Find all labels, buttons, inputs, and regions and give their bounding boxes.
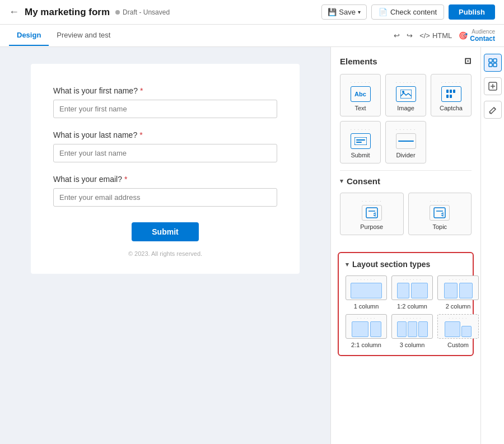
html-button[interactable]: </> HTML: [419, 31, 452, 40]
layout-1col-dots: · · · · · ·: [357, 278, 375, 282]
form-footer: © 2023. All rights reserved.: [53, 250, 277, 257]
tab-preview[interactable]: Preview and test: [49, 25, 118, 46]
element-image[interactable]: · · · · · · Image: [385, 74, 426, 116]
svg-rect-7: [354, 137, 367, 145]
check-content-button[interactable]: 📄 Check content: [371, 4, 444, 20]
layout-chevron-icon: ▾: [346, 261, 349, 268]
form-card: What is your first name? * What is your …: [31, 64, 300, 274]
layout-21col-preview: · · · · · ·: [346, 314, 387, 339]
section-divider: [340, 170, 472, 171]
consent-chevron-icon: ▾: [340, 177, 343, 185]
layout-custom[interactable]: · · · · · · Custom: [437, 314, 479, 348]
captcha-label: Captcha: [440, 105, 463, 111]
layout-2col[interactable]: · · · · · · 2 column: [437, 275, 479, 310]
audience-label: Audience: [472, 29, 495, 35]
submit-dots: · · · · · ·: [351, 127, 370, 132]
save-button[interactable]: 💾 Save ▾: [321, 4, 367, 20]
text-dots: · · · · · ·: [351, 80, 370, 85]
consent-toggle[interactable]: ▾ Consent: [340, 176, 472, 186]
element-captcha[interactable]: · · · · · · Captcha: [431, 74, 472, 116]
topic-dots: · · · · · ·: [430, 199, 450, 204]
layout-1col-preview: · · · · · ·: [346, 275, 387, 300]
audience-button[interactable]: 🎯 Audience Contact: [459, 29, 495, 43]
edit-properties-icon[interactable]: [484, 101, 502, 119]
undo-button[interactable]: ↩: [394, 31, 400, 40]
topic-label: Topic: [432, 223, 447, 230]
firstname-input[interactable]: [53, 100, 277, 118]
layout-title-text: Layout section types: [352, 260, 430, 269]
elements-grid: · · · · · · Abc Text · · · · · ·: [340, 74, 472, 163]
elements-expand-icon[interactable]: ⊡: [464, 56, 472, 66]
submit-icon: [351, 133, 371, 149]
svg-rect-5: [446, 95, 449, 98]
submit-button[interactable]: Submit: [132, 222, 198, 241]
layout-2col-label: 2 column: [446, 303, 471, 310]
svg-rect-14: [489, 59, 492, 62]
tabs-left: Design Preview and test: [9, 25, 118, 46]
purpose-label: Purpose: [360, 223, 383, 230]
purpose-dots: · · · · · ·: [362, 199, 381, 204]
consent-grid: · · · · · · Purpose · · · · · ·: [340, 193, 472, 235]
layout-3col-dots: · · · · · ·: [403, 316, 421, 320]
check-content-icon: 📄: [379, 8, 388, 16]
audience-icon: 🎯: [459, 31, 468, 40]
tabs-bar: Design Preview and test ↩ ↪ </> HTML 🎯 A…: [0, 25, 504, 47]
add-section-icon[interactable]: [484, 77, 502, 95]
layout-21col[interactable]: · · · · · · 2:1 column: [346, 314, 387, 348]
layout-2col-preview: · · · · · ·: [437, 275, 479, 300]
audience-value: Contact: [470, 35, 495, 43]
svg-rect-8: [356, 139, 365, 141]
element-divider[interactable]: · · · · · · Divider: [385, 121, 426, 163]
divider-dots: · · · · · ·: [396, 127, 416, 132]
submit-label: Submit: [351, 152, 370, 158]
svg-point-1: [402, 91, 404, 93]
layout-21col-shape: [352, 321, 381, 337]
elements-panel-icon[interactable]: [484, 54, 502, 72]
layout-custom-shape: [445, 321, 472, 337]
element-submit[interactable]: · · · · · · Submit: [340, 121, 381, 163]
svg-rect-16: [489, 63, 492, 67]
captcha-icon: [441, 86, 461, 102]
layout-grid: · · · · · · 1 column · · · · · ·: [346, 275, 466, 348]
back-button[interactable]: ←: [9, 6, 19, 18]
elements-title-text: Elements: [340, 57, 377, 66]
image-label: Image: [397, 105, 414, 111]
layout-12col-shape: [397, 283, 428, 298]
main-layout: What is your first name? * What is your …: [0, 47, 504, 444]
save-icon: 💾: [328, 8, 337, 16]
svg-rect-2: [446, 90, 449, 93]
svg-rect-17: [493, 63, 497, 67]
svg-rect-6: [450, 95, 452, 98]
divider-icon: [396, 133, 416, 149]
tab-design[interactable]: Design: [9, 25, 49, 46]
html-label: HTML: [432, 31, 452, 40]
save-caret-icon: ▾: [358, 9, 361, 15]
layout-12col[interactable]: · · · · · · 1:2 column: [391, 275, 433, 310]
redo-button[interactable]: ↪: [407, 31, 413, 40]
email-input[interactable]: [53, 188, 277, 207]
element-topic[interactable]: · · · · · · Topic: [408, 193, 472, 235]
lastname-required: *: [139, 130, 142, 139]
side-icons-panel: [480, 47, 504, 444]
audience-block: Audience Contact: [470, 29, 495, 43]
svg-line-21: [494, 108, 496, 109]
submit-wrap: Submit: [53, 222, 277, 241]
firstname-label: What is your first name? *: [53, 86, 277, 95]
topic-icon: [430, 205, 450, 221]
draft-label: Draft - Unsaved: [123, 8, 170, 16]
elements-section: Elements ⊡ · · · · · · Abc Text · · · ·: [331, 47, 480, 246]
layout-3col[interactable]: · · · · · · 3 column: [391, 314, 433, 348]
layout-section-title: ▾ Layout section types: [346, 260, 466, 269]
form-group-firstname: What is your first name? *: [53, 86, 277, 118]
publish-button[interactable]: Publish: [449, 4, 495, 20]
layout-12col-preview: · · · · · ·: [391, 275, 433, 300]
element-text[interactable]: · · · · · · Abc Text: [340, 74, 381, 116]
lastname-input[interactable]: [53, 144, 277, 162]
consent-title: Consent: [347, 176, 380, 186]
draft-badge: Draft - Unsaved: [115, 8, 170, 16]
element-purpose[interactable]: · · · · · · Purpose: [340, 193, 404, 235]
svg-rect-3: [450, 90, 452, 93]
layout-1col[interactable]: · · · · · · 1 column: [346, 275, 387, 310]
right-panel: Elements ⊡ · · · · · · Abc Text · · · ·: [330, 47, 504, 444]
layout-custom-dots: · · · · · ·: [449, 316, 467, 320]
